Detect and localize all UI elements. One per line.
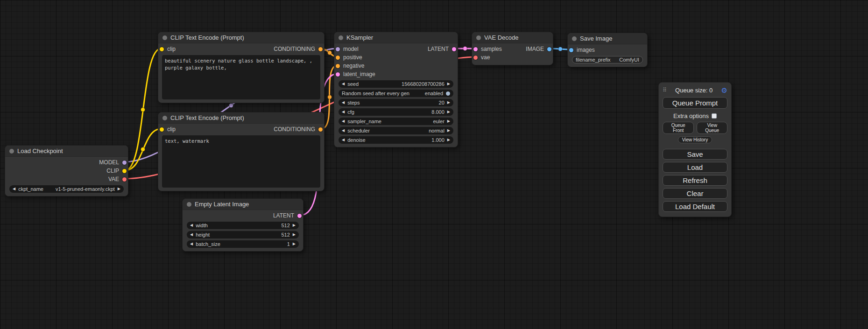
slot-row: positive — [334, 53, 458, 62]
prompt-textarea[interactable]: beautiful scenery nature glass bottle la… — [162, 55, 320, 99]
node-title-bar[interactable]: Load Checkpoint — [5, 146, 128, 157]
increment-arrow-icon[interactable]: ▶ — [293, 242, 296, 246]
node-graph-canvas[interactable]: Load Checkpoint MODEL CLIP VAE ◀ ckpt_na… — [0, 0, 868, 329]
slot-row: images — [568, 46, 647, 54]
output-slot-model[interactable] — [122, 161, 127, 165]
output-slot-conditioning[interactable] — [318, 47, 323, 51]
widget-batch-size[interactable]: ◀ batch_size 1 ▶ — [187, 240, 299, 248]
widget-value: 8.000 — [431, 109, 445, 115]
save-button[interactable]: Save — [663, 149, 727, 160]
collapse-dot-icon[interactable] — [572, 36, 577, 41]
node-title-bar[interactable]: CLIP Text Encode (Prompt) — [158, 112, 324, 124]
node-title-bar[interactable]: KSampler — [334, 32, 458, 43]
widget-steps[interactable]: ◀ steps 20 ▶ — [339, 99, 453, 106]
node-title-bar[interactable]: Save Image — [568, 33, 647, 44]
link-midpoint-dot — [328, 51, 332, 55]
input-slot-model[interactable] — [336, 47, 340, 51]
collapse-dot-icon[interactable] — [339, 35, 343, 40]
increment-arrow-icon[interactable]: ▶ — [447, 129, 450, 133]
input-slot-vae[interactable] — [473, 56, 478, 60]
decrement-arrow-icon[interactable]: ◀ — [342, 101, 345, 105]
increment-arrow-icon[interactable]: ▶ — [293, 233, 296, 237]
node-title: CLIP Text Encode (Prompt) — [170, 114, 244, 121]
node-title-bar[interactable]: Empty Latent Image — [183, 199, 303, 210]
load-button[interactable]: Load — [663, 162, 727, 173]
input-slot-clip[interactable] — [160, 127, 164, 132]
decrement-arrow-icon[interactable]: ◀ — [190, 242, 193, 246]
node-ksampler[interactable]: KSampler model LATENT positive negative … — [334, 32, 458, 147]
widget-name: filename_prefix — [576, 57, 611, 63]
refresh-button[interactable]: Refresh — [663, 175, 727, 186]
prompt-textarea[interactable]: text, watermark — [162, 135, 320, 188]
node-save-image[interactable]: Save Image images filename_prefix ComfyU… — [567, 33, 648, 67]
clear-button[interactable]: Clear — [663, 188, 727, 199]
widget-random-seed-toggle[interactable]: Random seed after every gen enabled — [339, 90, 453, 97]
toggle-dot-icon[interactable] — [446, 91, 450, 96]
input-slot-samples[interactable] — [473, 47, 478, 51]
increment-arrow-icon[interactable]: ▶ — [447, 101, 450, 105]
input-slot-negative[interactable] — [336, 64, 340, 68]
input-slot-images[interactable] — [569, 48, 573, 52]
decrement-arrow-icon[interactable]: ◀ — [190, 233, 193, 237]
link-midpoint-dot — [141, 108, 145, 112]
settings-gear-icon[interactable]: ⚙ — [721, 87, 727, 94]
output-slot-latent[interactable] — [452, 47, 456, 51]
slot-row: samples IMAGE — [472, 45, 553, 53]
widget-sampler-name[interactable]: ◀ sampler_name euler ▶ — [339, 118, 453, 125]
queue-prompt-button[interactable]: Queue Prompt — [663, 97, 727, 109]
view-queue-button[interactable]: View Queue — [697, 122, 727, 134]
slot-row: latent_image — [334, 70, 458, 78]
node-title-bar[interactable]: VAE Decode — [472, 32, 553, 43]
node-load-checkpoint[interactable]: Load Checkpoint MODEL CLIP VAE ◀ ckpt_na… — [5, 145, 128, 196]
output-slot-latent[interactable] — [297, 214, 302, 218]
node-clip-text-encode-negative[interactable]: CLIP Text Encode (Prompt) clip CONDITION… — [158, 112, 325, 191]
increment-arrow-icon[interactable]: ▶ — [447, 138, 450, 142]
node-vae-decode[interactable]: VAE Decode samples IMAGE vae — [472, 32, 553, 65]
node-clip-text-encode-positive[interactable]: CLIP Text Encode (Prompt) clip CONDITION… — [158, 32, 325, 103]
collapse-dot-icon[interactable] — [476, 35, 481, 40]
increment-arrow-icon[interactable]: ▶ — [447, 82, 450, 86]
widget-scheduler[interactable]: ◀ scheduler normal ▶ — [339, 127, 453, 134]
decrement-arrow-icon[interactable]: ◀ — [13, 187, 15, 191]
decrement-arrow-icon[interactable]: ◀ — [342, 110, 345, 114]
collapse-dot-icon[interactable] — [162, 35, 167, 40]
node-empty-latent-image[interactable]: Empty Latent Image LATENT ◀ width 512 ▶ … — [182, 198, 303, 252]
input-slot-positive[interactable] — [336, 56, 340, 60]
decrement-arrow-icon[interactable]: ◀ — [342, 138, 345, 142]
widget-value: ComfyUI — [619, 57, 639, 63]
decrement-arrow-icon[interactable]: ◀ — [342, 129, 345, 133]
widget-ckpt-name[interactable]: ◀ ckpt_name v1-5-pruned-emaonly.ckpt ▶ — [9, 185, 124, 193]
widget-filename-prefix[interactable]: filename_prefix ComfyUI — [572, 56, 643, 63]
increment-arrow-icon[interactable]: ▶ — [118, 187, 120, 191]
widget-cfg[interactable]: ◀ cfg 8.000 ▶ — [339, 108, 453, 116]
extra-options-checkbox[interactable] — [712, 113, 717, 119]
input-slot-clip[interactable] — [160, 47, 164, 51]
output-slot-vae[interactable] — [122, 177, 127, 182]
output-slot-conditioning[interactable] — [318, 127, 323, 132]
queue-front-button[interactable]: Queue Front — [663, 122, 694, 134]
increment-arrow-icon[interactable]: ▶ — [293, 224, 296, 227]
input-slot-latent-image[interactable] — [336, 72, 340, 77]
widget-value: 1.000 — [431, 137, 445, 143]
node-title-bar[interactable]: CLIP Text Encode (Prompt) — [158, 32, 324, 43]
collapse-dot-icon[interactable] — [187, 202, 191, 207]
collapse-dot-icon[interactable] — [9, 149, 14, 154]
output-label-conditioning: CONDITIONING — [274, 126, 315, 133]
load-default-button[interactable]: Load Default — [663, 201, 727, 212]
output-slot-clip[interactable] — [122, 169, 127, 173]
decrement-arrow-icon[interactable]: ◀ — [190, 224, 193, 227]
collapse-dot-icon[interactable] — [162, 116, 167, 120]
widget-denoise[interactable]: ◀ denoise 1.000 ▶ — [339, 136, 453, 144]
drag-handle-icon[interactable]: ⠿ — [663, 87, 667, 93]
increment-arrow-icon[interactable]: ▶ — [447, 110, 450, 114]
widget-width[interactable]: ◀ width 512 ▶ — [187, 222, 299, 229]
input-label-negative: negative — [343, 63, 364, 69]
widget-height[interactable]: ◀ height 512 ▶ — [187, 231, 299, 238]
view-history-button[interactable]: View History — [678, 136, 712, 143]
decrement-arrow-icon[interactable]: ◀ — [342, 119, 345, 123]
increment-arrow-icon[interactable]: ▶ — [447, 119, 450, 123]
slot-row: LATENT — [183, 211, 303, 220]
widget-seed[interactable]: ◀ seed 156680208700286 ▶ — [339, 80, 453, 88]
decrement-arrow-icon[interactable]: ◀ — [342, 82, 345, 86]
output-slot-image[interactable] — [547, 47, 551, 51]
